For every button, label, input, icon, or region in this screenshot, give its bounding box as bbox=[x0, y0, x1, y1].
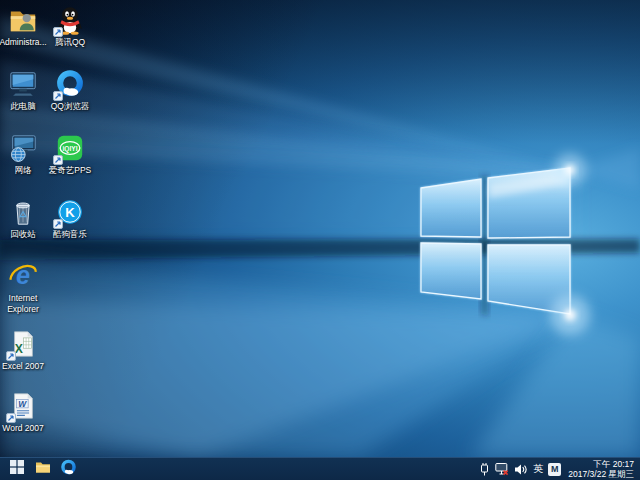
word-glyph: W bbox=[18, 399, 27, 409]
desktop-icon-label: 爱奇艺PPS bbox=[45, 165, 95, 176]
recycle-bin-icon bbox=[8, 197, 38, 227]
qq-browser-button[interactable] bbox=[58, 458, 79, 480]
desktop-icon-recycle-bin[interactable]: 回收站 bbox=[0, 197, 48, 240]
system-tray: 英 M 下午 20:17 2017/3/22 星期三 bbox=[479, 458, 640, 480]
desktop-icon-network[interactable]: 网络 bbox=[0, 133, 48, 176]
shortcut-arrow-icon bbox=[53, 219, 63, 229]
user-folder-icon bbox=[8, 5, 38, 35]
desktop-icon-label: Administra... bbox=[0, 37, 48, 48]
clock-date: 2017/3/22 星期三 bbox=[568, 469, 634, 479]
start-button[interactable] bbox=[6, 458, 27, 480]
desktop-icon-excel-2007[interactable]: X Excel 2007 bbox=[0, 329, 48, 372]
shortcut-arrow-icon bbox=[6, 413, 16, 423]
network-disconnected-icon[interactable] bbox=[495, 458, 509, 480]
wallpaper-image bbox=[0, 0, 640, 480]
kugou-glyph: K bbox=[65, 205, 75, 220]
language-indicator[interactable]: 英 bbox=[533, 458, 543, 480]
desktop-icon-label: 酷狗音乐 bbox=[45, 229, 95, 240]
desktop-icon-user-folder[interactable]: Administra... bbox=[0, 5, 48, 48]
excel-glyph: X bbox=[15, 342, 24, 356]
desktop-icon-label: 网络 bbox=[0, 165, 48, 176]
kugou-icon: K bbox=[55, 197, 85, 227]
qq-browser-icon bbox=[60, 459, 77, 480]
desktop[interactable]: Administra... 腾讯QQ bbox=[0, 0, 640, 480]
word-icon: W bbox=[8, 391, 38, 421]
desktop-icon-label: Internet Explorer bbox=[0, 293, 48, 315]
iqiyi-glyph: iQIYI bbox=[63, 145, 78, 153]
ime-icon: M bbox=[548, 463, 561, 476]
computer-icon bbox=[8, 69, 38, 99]
desktop-icon-label: 回收站 bbox=[0, 229, 48, 240]
excel-icon: X bbox=[8, 329, 38, 359]
taskbar: 英 M 下午 20:17 2017/3/22 星期三 bbox=[0, 457, 640, 480]
folder-icon bbox=[35, 460, 51, 478]
shortcut-arrow-icon bbox=[6, 351, 16, 361]
shortcut-arrow-icon bbox=[53, 91, 63, 101]
shortcut-arrow-icon bbox=[53, 27, 63, 37]
desktop-icon-label: 此电脑 bbox=[0, 101, 48, 112]
internet-explorer-icon: e bbox=[8, 261, 38, 291]
desktop-icon-label: Word 2007 bbox=[0, 423, 48, 434]
desktop-icon-label: QQ浏览器 bbox=[45, 101, 95, 112]
desktop-icon-tencent-qq[interactable]: 腾讯QQ bbox=[45, 5, 95, 48]
desktop-icon-kugou-music[interactable]: K 酷狗音乐 bbox=[45, 197, 95, 240]
ime-indicator[interactable]: M bbox=[548, 458, 561, 480]
desktop-icon-internet-explorer[interactable]: e Internet Explorer bbox=[0, 261, 48, 315]
file-explorer-button[interactable] bbox=[32, 458, 53, 480]
network-icon bbox=[8, 133, 38, 163]
desktop-icon-label: 腾讯QQ bbox=[45, 37, 95, 48]
desktop-icon-this-pc[interactable]: 此电脑 bbox=[0, 69, 48, 112]
usb-device-icon[interactable] bbox=[479, 458, 490, 480]
desktop-icon-word-2007[interactable]: W Word 2007 bbox=[0, 391, 48, 434]
qq-browser-icon bbox=[55, 69, 85, 99]
desktop-icon-iqiyi-pps[interactable]: iQIYI 爱奇艺PPS bbox=[45, 133, 95, 176]
desktop-icon-label: Excel 2007 bbox=[0, 361, 48, 372]
qq-penguin-icon bbox=[55, 5, 85, 35]
desktop-icon-qq-browser[interactable]: QQ浏览器 bbox=[45, 69, 95, 112]
taskbar-clock[interactable]: 下午 20:17 2017/3/22 星期三 bbox=[566, 459, 636, 479]
shortcut-arrow-icon bbox=[53, 155, 63, 165]
iqiyi-icon: iQIYI bbox=[55, 133, 85, 163]
volume-icon[interactable] bbox=[514, 458, 528, 480]
clock-time: 下午 20:17 bbox=[593, 459, 634, 469]
windows-logo-icon bbox=[10, 460, 24, 478]
